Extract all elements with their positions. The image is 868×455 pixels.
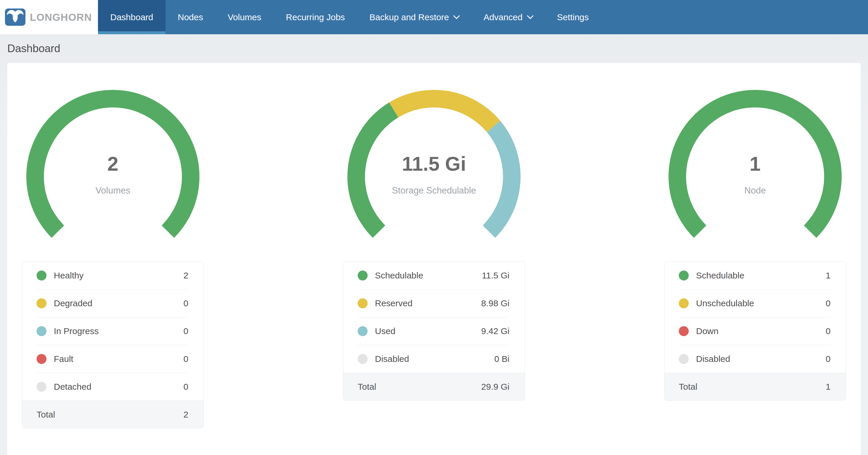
legend-value: 0 xyxy=(183,354,188,364)
donut-gauge: 11.5 Gi Storage Schedulable xyxy=(343,89,525,264)
legend-row-reserved: Reserved 8.98 Gi xyxy=(343,289,525,317)
nav-item-label: Nodes xyxy=(178,12,203,22)
legend-rows: Schedulable 1 Unschedulable 0 Down 0 Dis… xyxy=(664,261,846,373)
legend-row-used: Used 9.42 Gi xyxy=(343,317,525,345)
legend-value: 2 xyxy=(183,271,188,281)
gauge-chart-node: 1 Node Schedulable 1 Unschedulable 0 Dow… xyxy=(664,89,846,428)
legend-value: 0 xyxy=(183,298,188,308)
nav-item-nodes[interactable]: Nodes xyxy=(165,0,216,34)
legend-dot-healthy xyxy=(36,271,46,281)
legend-value: 8.98 Gi xyxy=(481,298,509,308)
page-title: Dashboard xyxy=(7,42,60,55)
legend-row-disabled: Disabled 0 xyxy=(664,345,846,373)
legend-dot-degraded xyxy=(36,298,46,308)
legend-rows: Healthy 2 Degraded 0 In Progress 0 Fault… xyxy=(22,261,204,401)
nav-item-advanced[interactable]: Advanced xyxy=(471,0,545,34)
legend-label: Healthy xyxy=(54,271,183,281)
legend-total-label: Total xyxy=(679,382,826,392)
gauge-arc-svg xyxy=(343,89,525,264)
legend-total-label: Total xyxy=(358,382,481,392)
legend-total-row: Total 1 xyxy=(664,373,846,400)
legend-label: Detached xyxy=(54,382,183,392)
legend-row-down: Down 0 xyxy=(664,317,846,345)
gauge-segment-schedulable xyxy=(677,99,833,232)
legend-row-fault: Fault 0 xyxy=(22,345,204,373)
nav-item-label: Backup and Restore xyxy=(369,12,449,22)
chevron-down-icon xyxy=(453,12,460,19)
gauge-segment-schedulable xyxy=(356,110,394,232)
legend-value: 0 xyxy=(826,298,831,308)
gauge-segment-reserved xyxy=(394,99,493,126)
legend-dot-down xyxy=(679,326,689,336)
gauge-segment-healthy xyxy=(35,99,191,232)
legend-card: Schedulable 11.5 Gi Reserved 8.98 Gi Use… xyxy=(343,261,525,401)
legend-value: 1 xyxy=(826,271,831,281)
legend-value: 0 Bi xyxy=(494,354,509,364)
legend-dot-reserved xyxy=(358,298,368,308)
nav-item-label: Settings xyxy=(557,12,589,22)
legend-dot-detached xyxy=(36,382,46,392)
legend-card: Healthy 2 Degraded 0 In Progress 0 Fault… xyxy=(22,261,204,428)
legend-row-disabled: Disabled 0 Bi xyxy=(343,345,525,373)
legend-row-schedulable: Schedulable 11.5 Gi xyxy=(343,261,525,289)
legend-label: Unschedulable xyxy=(696,298,826,308)
legend-row-degraded: Degraded 0 xyxy=(22,289,204,317)
legend-value: 11.5 Gi xyxy=(482,271,510,281)
chevron-down-icon xyxy=(527,12,533,19)
legend-label: Reserved xyxy=(375,298,481,308)
legend-label: Used xyxy=(375,326,481,336)
longhorn-logo-icon xyxy=(5,8,26,26)
legend-total-row: Total 29.9 Gi xyxy=(343,373,525,400)
legend-label: Fault xyxy=(54,354,183,364)
navbar: LONGHORN Dashboard Nodes Volumes Recurri… xyxy=(0,0,868,34)
nav-item-backup-and-restore[interactable]: Backup and Restore xyxy=(357,0,471,34)
content-card: 2 Volumes Healthy 2 Degraded 0 In Progre… xyxy=(7,63,861,455)
legend-row-healthy: Healthy 2 xyxy=(22,261,204,289)
nav-menu: Dashboard Nodes Volumes Recurring Jobs B… xyxy=(98,0,601,34)
nav-item-label: Recurring Jobs xyxy=(286,12,345,22)
legend-total-row: Total 2 xyxy=(22,401,204,428)
legend-dot-unschedulable xyxy=(679,298,689,308)
legend-dot-used xyxy=(358,326,368,336)
gauge-chart-volumes: 2 Volumes Healthy 2 Degraded 0 In Progre… xyxy=(22,89,204,428)
legend-label: Down xyxy=(696,326,826,336)
legend-value: 0 xyxy=(826,354,831,364)
gauge-arc-svg xyxy=(664,89,846,264)
brand-name: LONGHORN xyxy=(30,11,92,23)
nav-item-settings[interactable]: Settings xyxy=(545,0,601,34)
nav-item-dashboard[interactable]: Dashboard xyxy=(98,0,165,34)
legend-total-value: 2 xyxy=(183,409,188,420)
legend-label: Disabled xyxy=(375,354,494,364)
donut-gauge: 1 Node xyxy=(664,89,846,264)
legend-total-value: 29.9 Gi xyxy=(481,382,509,392)
legend-rows: Schedulable 11.5 Gi Reserved 8.98 Gi Use… xyxy=(343,261,525,373)
legend-card: Schedulable 1 Unschedulable 0 Down 0 Dis… xyxy=(664,261,846,401)
nav-item-label: Dashboard xyxy=(110,12,153,22)
legend-value: 0 xyxy=(183,382,188,392)
gauge-segment-used xyxy=(489,126,512,232)
nav-item-volumes[interactable]: Volumes xyxy=(215,0,274,34)
legend-label: Schedulable xyxy=(375,271,482,281)
nav-item-recurring-jobs[interactable]: Recurring Jobs xyxy=(274,0,358,34)
legend-total-value: 1 xyxy=(826,382,831,392)
legend-row-in-progress: In Progress 0 xyxy=(22,317,204,345)
legend-value: 0 xyxy=(183,326,188,336)
legend-label: In Progress xyxy=(54,326,183,336)
legend-row-unschedulable: Unschedulable 0 xyxy=(664,289,846,317)
legend-dot-disabled xyxy=(358,354,368,364)
legend-dot-schedulable xyxy=(679,271,689,281)
legend-total-label: Total xyxy=(36,409,183,420)
legend-dot-disabled xyxy=(679,354,689,364)
legend-label: Disabled xyxy=(696,354,826,364)
page-header: Dashboard xyxy=(0,34,868,63)
donut-gauge: 2 Volumes xyxy=(22,89,204,264)
legend-label: Degraded xyxy=(54,298,183,308)
legend-value: 9.42 Gi xyxy=(481,326,509,336)
legend-dot-in-progress xyxy=(36,326,46,336)
brand: LONGHORN xyxy=(0,0,98,34)
gauge-arc-svg xyxy=(22,89,204,264)
legend-dot-schedulable xyxy=(358,271,368,281)
nav-item-label: Advanced xyxy=(484,12,522,22)
nav-item-label: Volumes xyxy=(227,12,261,22)
legend-dot-fault xyxy=(36,354,46,364)
